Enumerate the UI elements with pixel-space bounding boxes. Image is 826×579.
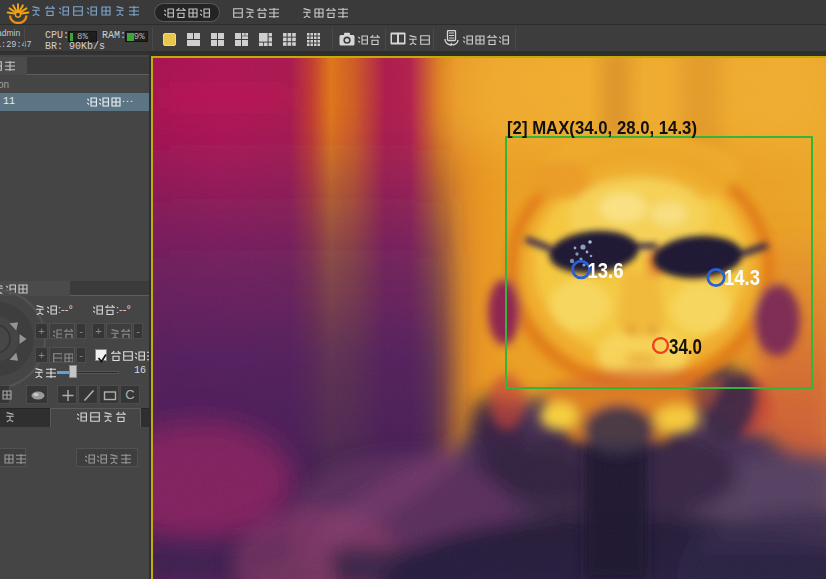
svg-text:[2] MAX(34.0, 28.0, 14.3): [2] MAX(34.0, 28.0, 14.3) [507,118,697,138]
svg-text:13.6: 13.6 [588,259,624,283]
svg-text:14.3: 14.3 [724,266,760,290]
svg-text:34.0: 34.0 [669,335,702,359]
